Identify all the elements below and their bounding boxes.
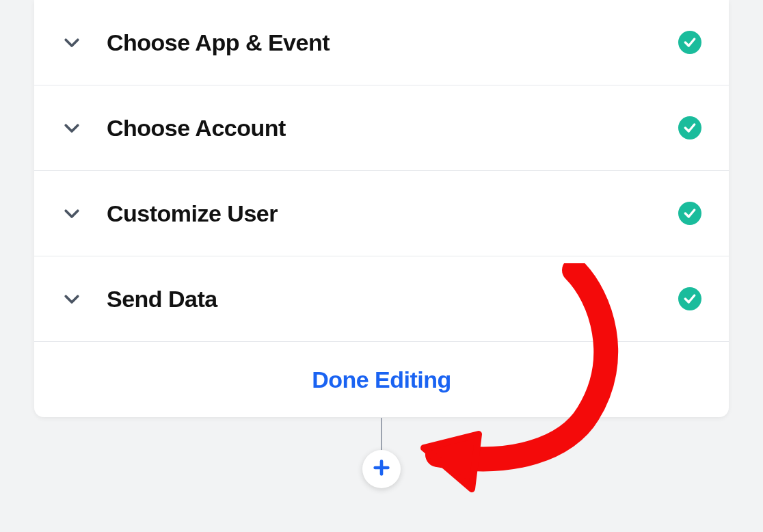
step-row-choose-app-event[interactable]: Choose App & Event bbox=[34, 0, 729, 85]
check-icon bbox=[678, 116, 701, 139]
done-row: Done Editing bbox=[34, 342, 729, 417]
chevron-down-icon bbox=[62, 32, 82, 53]
step-label: Customize User bbox=[107, 200, 678, 227]
done-editing-link[interactable]: Done Editing bbox=[312, 367, 451, 393]
check-icon bbox=[678, 202, 701, 225]
plus-icon bbox=[372, 458, 391, 480]
check-icon bbox=[678, 31, 701, 54]
chevron-down-icon bbox=[62, 289, 82, 309]
step-label: Choose App & Event bbox=[107, 29, 678, 56]
step-row-choose-account[interactable]: Choose Account bbox=[34, 85, 729, 171]
editor-card: Choose App & Event Choose Account Custom… bbox=[34, 0, 729, 417]
check-icon bbox=[678, 287, 701, 310]
chevron-down-icon bbox=[62, 203, 82, 224]
step-row-customize-user[interactable]: Customize User bbox=[34, 171, 729, 256]
add-step-button[interactable] bbox=[362, 450, 401, 488]
step-row-send-data[interactable]: Send Data bbox=[34, 256, 729, 342]
step-label: Choose Account bbox=[107, 115, 678, 142]
step-label: Send Data bbox=[107, 286, 678, 312]
chevron-down-icon bbox=[62, 118, 82, 138]
